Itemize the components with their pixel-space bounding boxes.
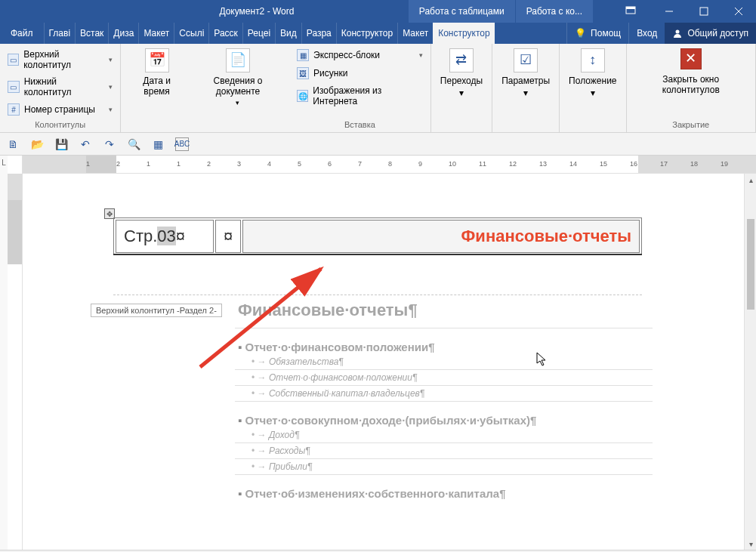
- group-position: ↕ Положение ▾: [560, 44, 626, 132]
- group-label: Закрытие: [631, 118, 751, 132]
- vertical-ruler[interactable]: [8, 174, 23, 550]
- ruler-tick: 10: [449, 160, 456, 168]
- group-close: ✕ Закрыть окно колонтитулов Закрытие: [627, 44, 756, 132]
- navigation-icon: ⇄: [449, 48, 474, 72]
- close-icon[interactable]: [721, 0, 756, 23]
- heading-2: ▪ Отчет·о·совокупном·доходе·(прибылях·и·…: [238, 409, 650, 427]
- tab-header-footer-design[interactable]: Конструктор: [433, 23, 494, 44]
- heading-2: ▪ Отчет·о·финансовом·положении¶: [238, 336, 650, 353]
- ruler-tick: 1: [86, 160, 90, 168]
- sign-in[interactable]: Вход: [628, 23, 665, 44]
- header-table[interactable]: Стр.03¤ ¤ Финансовые·отчеты: [113, 217, 642, 255]
- document-canvas[interactable]: ✥ Стр.03¤ ¤ Финансовые·отчеты Верхний ко…: [23, 174, 756, 550]
- list-item: Отчет·о·финансовом·положении¶: [238, 372, 650, 383]
- tab-layout[interactable]: Макет: [138, 23, 174, 44]
- document-info-button[interactable]: 📄 Сведения о документе▾: [188, 47, 288, 118]
- save-icon[interactable]: 💾: [54, 137, 68, 151]
- chevron-down-icon: ▾: [109, 83, 113, 91]
- navigation-button[interactable]: ⇄ Переходы ▾: [436, 47, 487, 118]
- maximize-icon[interactable]: [687, 0, 721, 23]
- date-time-button[interactable]: 📅 Дата и время: [125, 47, 188, 118]
- tab-view[interactable]: Вид: [275, 23, 301, 44]
- header-title-cell[interactable]: Финансовые·отчеты: [242, 220, 640, 253]
- ruler-tick: 15: [600, 160, 607, 168]
- group-label: Вставка: [294, 118, 426, 132]
- tab-insert[interactable]: Встак: [75, 23, 108, 44]
- ruler-tick: 11: [479, 160, 486, 168]
- tab-table-layout[interactable]: Макет: [397, 23, 433, 44]
- quick-access-toolbar: 🗎 📂 💾 ↶ ↷ 🔍 ▦ ABC: [0, 133, 756, 156]
- list-item: Доход¶: [238, 430, 650, 440]
- ruler-tick: 2: [207, 160, 211, 168]
- svg-point-6: [676, 30, 680, 34]
- open-icon[interactable]: 📂: [30, 137, 44, 151]
- header-button[interactable]: ▭Верхний колонтитул▾: [5, 47, 116, 72]
- ruler-tick: 6: [328, 160, 332, 168]
- chevron-down-icon: ▾: [591, 88, 595, 98]
- tab-home[interactable]: Главі: [44, 23, 76, 44]
- file-tab[interactable]: Файл: [0, 23, 44, 44]
- document-info-icon: 📄: [226, 48, 250, 72]
- pictures-button[interactable]: 🖼Рисунки: [294, 65, 426, 82]
- chevron-down-icon: ▾: [419, 51, 423, 59]
- header-section-label: Верхний колонтитул -Раздел 2-: [91, 304, 222, 317]
- title-bar: Документ2 - Word Работа с таблицами Рабо…: [0, 0, 756, 23]
- tab-review[interactable]: Рецеі: [242, 23, 275, 44]
- empty-cell[interactable]: ¤: [215, 220, 241, 253]
- window-controls: [652, 0, 756, 23]
- context-tabs: Работа с таблицами Работа с ко...: [408, 0, 593, 23]
- window-title: Документ2 - Word: [106, 6, 408, 17]
- group-label: Колонтитулы: [5, 118, 116, 132]
- horizontal-ruler[interactable]: /* ticks rendered below in populate */ 1…: [23, 156, 756, 174]
- chevron-down-icon: ▾: [459, 88, 464, 98]
- group-insert: ▦Экспресс-блоки▾ 🖼Рисунки 🌐Изображения и…: [289, 44, 431, 132]
- tab-design[interactable]: Диза: [108, 23, 138, 44]
- footer-icon: ▭: [8, 81, 20, 93]
- group-headers: ▭Верхний колонтитул▾ ▭Нижний колонтитул▾…: [0, 44, 121, 132]
- undo-icon[interactable]: ↶: [79, 137, 92, 151]
- ruler-tick: 19: [721, 160, 728, 168]
- footer-button[interactable]: ▭Нижний колонтитул▾: [5, 74, 116, 100]
- document-body: Финансовые·отчеты¶ ▪ Отчет·о·финансовом·…: [238, 301, 650, 503]
- print-preview-icon[interactable]: 🔍: [127, 137, 140, 151]
- position-icon: ↕: [581, 48, 605, 72]
- ruler-tick: 1: [177, 160, 181, 168]
- minimize-icon[interactable]: [652, 0, 687, 23]
- page-number-button[interactable]: #Номер страницы▾: [5, 101, 116, 118]
- options-button[interactable]: ☑ Параметры ▾: [497, 47, 554, 118]
- close-header-footer-button[interactable]: ✕ Закрыть окно колонтитулов: [631, 47, 751, 118]
- share-button[interactable]: Общий доступ: [665, 23, 756, 44]
- insert-table-icon[interactable]: ▦: [151, 137, 165, 151]
- list-item: Прибыли¶: [238, 461, 650, 472]
- tab-references[interactable]: Ссылі: [174, 23, 208, 44]
- tab-table-design[interactable]: Конструктор: [336, 23, 397, 44]
- scroll-up-icon[interactable]: ▴: [745, 174, 756, 186]
- context-tab-header-tools[interactable]: Работа с ко...: [515, 0, 593, 23]
- svg-rect-3: [700, 8, 708, 15]
- tab-selector[interactable]: L: [0, 156, 8, 174]
- group-datetime: 📅 Дата и время 📄 Сведения о документе▾: [121, 44, 289, 132]
- header-icon: ▭: [8, 54, 19, 66]
- new-document-icon[interactable]: 🗎: [6, 137, 20, 151]
- spelling-icon[interactable]: ABC: [175, 137, 189, 151]
- vertical-scrollbar[interactable]: ▴ ▾: [744, 174, 756, 550]
- share-icon: [672, 28, 683, 39]
- redo-icon[interactable]: ↷: [103, 137, 116, 151]
- scrollbar-thumb[interactable]: [747, 219, 754, 310]
- close-x-icon: ✕: [680, 48, 702, 69]
- position-button[interactable]: ↕ Положение ▾: [564, 47, 621, 118]
- ruler-tick: 3: [237, 160, 241, 168]
- ribbon-tabs: Файл Главі Встак Диза Макет Ссылі Расск …: [0, 23, 756, 44]
- page-number-cell[interactable]: Стр.03¤: [116, 220, 214, 253]
- calendar-icon: 📅: [145, 48, 169, 72]
- context-tab-table-tools[interactable]: Работа с таблицами: [408, 0, 515, 23]
- tab-developer[interactable]: Разра: [301, 23, 336, 44]
- ribbon-display-options-icon[interactable]: [616, 6, 646, 17]
- tell-me[interactable]: 💡 Помощ: [566, 23, 628, 44]
- quick-parts-button[interactable]: ▦Экспресс-блоки▾: [294, 47, 426, 63]
- ruler-tick: 13: [539, 160, 547, 168]
- document-page: ✥ Стр.03¤ ¤ Финансовые·отчеты Верхний ко…: [91, 201, 665, 550]
- online-pictures-button[interactable]: 🌐Изображения из Интернета: [294, 83, 426, 109]
- tab-mailings[interactable]: Расск: [208, 23, 242, 44]
- scroll-down-icon[interactable]: ▾: [745, 538, 756, 550]
